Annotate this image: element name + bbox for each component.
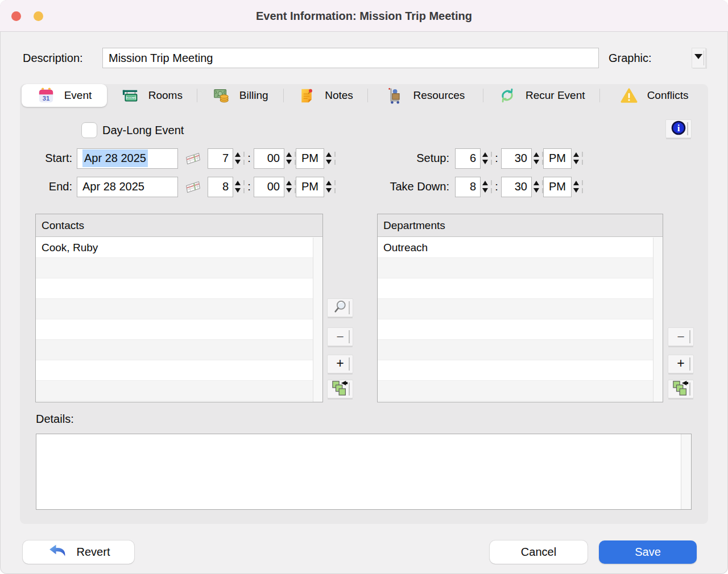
save-button[interactable]: Save xyxy=(599,540,697,564)
day-long-event-label: Day-Long Event xyxy=(102,122,184,138)
contacts-search-button[interactable] xyxy=(327,298,353,317)
end-date-field[interactable]: Apr 28 2025 xyxy=(77,177,178,197)
departments-rows[interactable]: Outreach xyxy=(378,238,663,402)
empty-row xyxy=(36,319,322,340)
take-down-period-field[interactable]: PM xyxy=(543,177,572,197)
tab-notes-label: Notes xyxy=(325,89,353,102)
setup-hour-stepper[interactable] xyxy=(482,148,492,169)
departments-remove-button[interactable]: – xyxy=(668,327,694,346)
departments-add-button[interactable]: + xyxy=(668,355,694,373)
end-period-field[interactable]: PM xyxy=(296,177,324,197)
end-hour-field[interactable]: 8 xyxy=(208,177,233,197)
tab-notes[interactable]: Notes xyxy=(284,84,367,107)
plus-icon: + xyxy=(677,356,684,371)
empty-row xyxy=(378,299,663,319)
date-picker-icon[interactable] xyxy=(184,178,203,196)
info-button[interactable]: i xyxy=(665,119,692,138)
empty-row xyxy=(36,360,322,381)
contacts-scrollbar[interactable] xyxy=(313,238,322,402)
handtruck-icon xyxy=(386,86,404,105)
empty-row xyxy=(36,340,322,360)
tab-rooms[interactable]: ROOMS Rooms xyxy=(107,84,197,107)
start-period-stepper[interactable] xyxy=(325,148,336,169)
tab-resources[interactable]: Resources xyxy=(368,84,483,107)
tab-conflicts[interactable]: Conflicts xyxy=(600,84,708,107)
setup-hour-field[interactable]: 6 xyxy=(455,148,481,169)
svg-text:31: 31 xyxy=(42,95,49,102)
start-period-field[interactable]: PM xyxy=(296,148,324,169)
day-long-event-checkbox[interactable] xyxy=(81,122,97,138)
setup-minute-stepper[interactable] xyxy=(533,148,543,169)
details-scrollbar[interactable] xyxy=(681,434,691,509)
setup-row: Setup: 6 : 30 PM xyxy=(375,148,583,169)
take-down-period-stepper[interactable] xyxy=(573,176,583,197)
start-minute-field[interactable]: 00 xyxy=(254,148,284,169)
note-pin-icon xyxy=(297,86,316,105)
setup-period-stepper[interactable] xyxy=(573,148,583,169)
tab-recur-event[interactable]: Recur Event xyxy=(483,84,599,107)
calendar-icon: 31 xyxy=(37,86,55,105)
contacts-rows[interactable]: Cook, Ruby xyxy=(36,238,322,402)
time-colon: : xyxy=(494,152,499,165)
contacts-add-button[interactable]: + xyxy=(327,355,353,373)
revert-button-label: Revert xyxy=(77,546,110,559)
departments-scrollbar[interactable] xyxy=(653,238,663,402)
take-down-minute-field[interactable]: 30 xyxy=(501,177,532,197)
departments-list[interactable]: Departments Outreach xyxy=(377,214,663,402)
cancel-button[interactable]: Cancel xyxy=(490,540,588,564)
departments-header: Departments xyxy=(378,214,663,237)
tab-bar: 31 Event ROOMS Rooms xyxy=(20,84,708,107)
graphic-label: Graphic: xyxy=(609,48,652,68)
save-button-label: Save xyxy=(635,546,661,559)
svg-text:ROOMS: ROOMS xyxy=(126,97,136,99)
graphic-dropdown-button[interactable] xyxy=(692,48,706,68)
minimize-button[interactable] xyxy=(34,11,43,21)
title-bar: Event Information: Mission Trip Meeting xyxy=(0,0,728,32)
end-hour-stepper[interactable] xyxy=(234,176,245,197)
department-row[interactable]: Outreach xyxy=(378,238,663,258)
empty-row xyxy=(378,340,663,360)
take-down-hour-stepper[interactable] xyxy=(482,176,492,197)
setup-period-field[interactable]: PM xyxy=(543,148,572,169)
tab-rooms-label: Rooms xyxy=(148,89,183,102)
start-minute-stepper[interactable] xyxy=(286,148,296,169)
empty-row xyxy=(378,258,663,278)
contacts-multi-add-button[interactable] xyxy=(327,380,353,398)
description-input[interactable]: Mission Trip Meeting xyxy=(102,48,599,68)
start-date-field[interactable]: Apr 28 2025 xyxy=(77,148,178,169)
end-period-stepper[interactable] xyxy=(325,176,336,197)
empty-row xyxy=(378,381,663,401)
empty-row xyxy=(36,258,322,278)
revert-arrow-icon xyxy=(47,543,69,561)
time-colon: : xyxy=(246,152,252,165)
start-hour-stepper[interactable] xyxy=(234,148,245,169)
close-button[interactable] xyxy=(11,11,21,21)
time-colon: : xyxy=(494,180,499,193)
date-picker-icon[interactable] xyxy=(184,149,203,168)
tab-recur-event-label: Recur Event xyxy=(526,89,585,102)
end-minute-field[interactable]: 00 xyxy=(254,177,284,197)
window-title: Event Information: Mission Trip Meeting xyxy=(0,0,728,32)
setup-minute-field[interactable]: 30 xyxy=(501,148,532,169)
details-textarea[interactable] xyxy=(36,434,692,510)
empty-row xyxy=(378,360,663,381)
info-icon: i xyxy=(671,120,686,138)
tab-event[interactable]: 31 Event xyxy=(22,84,107,107)
multi-select-icon xyxy=(672,380,689,399)
contacts-list[interactable]: Contacts Cook, Ruby xyxy=(35,214,323,402)
plus-icon: + xyxy=(336,356,344,371)
event-tab-panel: 31 Event ROOMS Rooms xyxy=(20,84,708,524)
revert-button[interactable]: Revert xyxy=(23,540,134,564)
start-hour-field[interactable]: 7 xyxy=(208,148,233,169)
take-down-row: Take Down: 8 : 30 PM xyxy=(375,176,583,197)
end-minute-stepper[interactable] xyxy=(286,176,296,197)
tab-billing[interactable]: Billing xyxy=(197,84,283,107)
contacts-remove-button[interactable]: – xyxy=(327,327,353,346)
take-down-minute-stepper[interactable] xyxy=(533,176,543,197)
multi-select-icon xyxy=(332,380,349,399)
departments-multi-add-button[interactable] xyxy=(668,380,694,398)
take-down-hour-field[interactable]: 8 xyxy=(455,177,481,197)
contact-row[interactable]: Cook, Ruby xyxy=(36,238,322,258)
event-information-window: Event Information: Mission Trip Meeting … xyxy=(0,0,728,574)
minus-icon: – xyxy=(337,330,343,343)
